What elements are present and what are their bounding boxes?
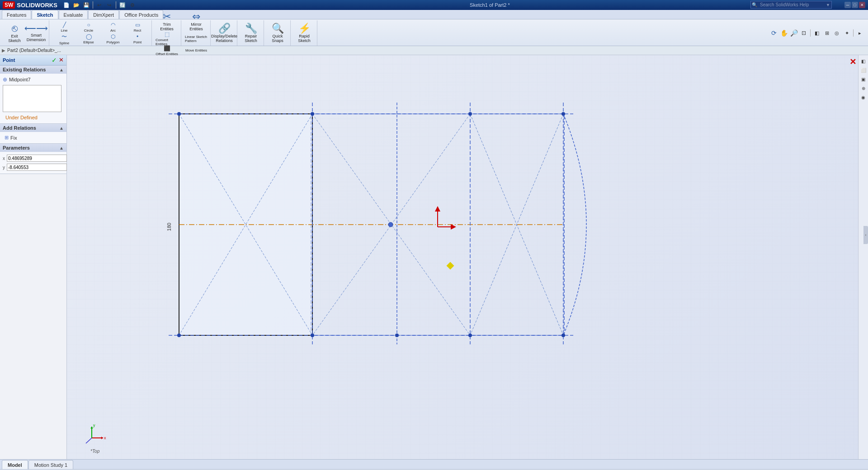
rt-btn-2[interactable]: ⬜: [859, 66, 868, 74]
midpoint-label: Midpoint7: [9, 77, 31, 82]
y-input[interactable]: [7, 164, 67, 171]
quick-snaps-btn[interactable]: 🔍 QuickSnaps: [268, 22, 288, 44]
line-btn[interactable]: ╱ Line: [53, 22, 75, 33]
display-delete-btn[interactable]: 🔗 Display/DeleteRelations: [214, 22, 234, 44]
parameters-title: Parameters: [3, 145, 30, 150]
add-relations-section: Add Relations ▲ ⊞ Fix: [0, 124, 66, 144]
svg-point-23: [561, 112, 565, 116]
save-btn[interactable]: 💾: [82, 0, 91, 9]
canvas-area[interactable]: 180 x y *Top ✕: [67, 55, 858, 459]
accept-btn[interactable]: ✓: [52, 56, 57, 64]
polygon-label: Polygon: [107, 40, 120, 44]
fit-btn[interactable]: ⊡: [799, 28, 808, 38]
polygon-btn[interactable]: ⬡ Polygon: [102, 33, 124, 44]
close-btn[interactable]: ✕: [859, 2, 865, 8]
offset-icon: ⬛: [164, 45, 170, 52]
circle-label: Circle: [84, 28, 93, 33]
new-btn[interactable]: 📄: [62, 0, 71, 9]
fix-label: Fix: [10, 135, 17, 141]
group-trim: ✂ TrimEntities ⬚ Convert Entities ⬛ Offs…: [153, 20, 181, 46]
mirror-entities-btn[interactable]: ⇔ Mirror Entities: [186, 10, 206, 33]
line-icon: ╱: [63, 22, 66, 28]
linear-sketch-btn[interactable]: Linear Sketch Pattern: [185, 33, 208, 44]
x-label: x: [3, 156, 5, 161]
search-box[interactable]: 🔍 ▼: [750, 1, 832, 9]
ellipse-label: Ellipse: [83, 40, 94, 44]
search-icon: 🔍: [751, 2, 758, 7]
tab-model[interactable]: Model: [2, 460, 28, 469]
rt-btn-1[interactable]: ◧: [859, 57, 868, 65]
restore-btn[interactable]: □: [852, 2, 858, 8]
options-btn[interactable]: ⚙: [128, 0, 137, 9]
redo-btn[interactable]: ↪: [105, 0, 114, 9]
rt-btn-4[interactable]: ⊕: [859, 84, 868, 92]
fix-relation-btn[interactable]: ⊞ Fix: [3, 134, 64, 141]
pan-btn[interactable]: ✋: [779, 28, 788, 38]
search-dropdown-icon[interactable]: ▼: [826, 3, 831, 7]
breadcrumb: Part2 (Default<Default>_...: [7, 48, 61, 53]
circle-btn[interactable]: ○ Circle: [77, 22, 100, 33]
rt-btn-3[interactable]: ▣: [859, 75, 868, 83]
tab-dimxpert[interactable]: DimXpert: [88, 10, 119, 19]
smart-dim-icon: ⟵⟶: [24, 24, 48, 33]
open-btn[interactable]: 📂: [72, 0, 81, 9]
rotate-view-btn[interactable]: ⟳: [769, 28, 778, 38]
section-view-btn[interactable]: ⊞: [822, 28, 831, 38]
undo-btn[interactable]: ↩: [95, 0, 104, 9]
offset-entities-btn[interactable]: ⬛ Offset Entities: [156, 45, 178, 56]
rebuild-btn[interactable]: 🔄: [118, 0, 127, 9]
right-toolbar: ◧ ⬜ ▣ ⊕ ◉: [858, 55, 868, 459]
tab-features[interactable]: Features: [2, 10, 31, 19]
exit-sketch-btn[interactable]: ⎋ ExitSketch: [5, 22, 24, 44]
relations-display-box: [3, 85, 61, 112]
rect-label: Rect: [134, 28, 141, 33]
svg-point-27: [468, 334, 472, 337]
group-rapid-sketch: ⚡ RapidSketch: [292, 20, 317, 46]
spline-label: Spline: [59, 41, 69, 45]
spline-btn[interactable]: 〜 Spline: [53, 33, 75, 44]
zoom-btn[interactable]: 🔎: [789, 28, 798, 38]
trim-entities-btn[interactable]: ✂ TrimEntities: [157, 10, 177, 33]
parameters-header[interactable]: Parameters ▲: [0, 144, 66, 152]
tab-motion-study-1[interactable]: Motion Study 1: [28, 460, 73, 469]
rt-btn-5[interactable]: ◉: [859, 93, 868, 101]
appearance-btn[interactable]: ✦: [842, 28, 851, 38]
more-view-btn[interactable]: ▸: [855, 28, 864, 38]
line-label: Line: [61, 28, 67, 33]
ribbon-content: ⎋ ExitSketch ⟵⟶ SmartDimension ╱ Line ○ …: [0, 19, 868, 47]
window-title: Sketch1 of Part2 *: [139, 2, 841, 8]
panel-collapse-handle[interactable]: ‹: [863, 226, 868, 244]
rect-btn[interactable]: ▭ Rect: [126, 22, 149, 33]
close-panel-btn[interactable]: ✕: [59, 56, 64, 64]
quick-snaps-label: QuickSnaps: [272, 34, 283, 43]
point-btn[interactable]: • Point: [126, 33, 149, 44]
main-area: Point ✓ ✕ Existing Relations ▲ ⊕ Midpoin…: [0, 55, 868, 459]
view-toolbar: ⟳ ✋ 🔎 ⊡ ◧ ⊞ ◎ ✦ ▸: [769, 28, 866, 38]
relation-item-midpoint7[interactable]: ⊕ Midpoint7: [3, 75, 64, 84]
smart-dimension-btn[interactable]: ⟵⟶ SmartDimension: [26, 22, 46, 44]
minimize-btn[interactable]: ─: [844, 2, 851, 8]
rapid-sketch-btn[interactable]: ⚡ RapidSketch: [294, 22, 314, 44]
tree-icon: ▶: [2, 48, 5, 53]
tab-sketch[interactable]: Sketch: [32, 10, 58, 19]
exit-sketch-icon: ⎋: [12, 23, 18, 34]
existing-relations-content: ⊕ Midpoint7 Under Defined: [0, 74, 66, 123]
repair-sketch-btn[interactable]: 🔧 RepairSketch: [241, 22, 261, 44]
convert-entities-btn[interactable]: ⬚ Convert Entities: [156, 33, 178, 44]
search-input[interactable]: [758, 2, 826, 7]
left-panel: Point ✓ ✕ Existing Relations ▲ ⊕ Midpoin…: [0, 55, 67, 459]
ellipse-btn[interactable]: ◯ Ellipse: [77, 33, 100, 44]
move-entities-btn[interactable]: Move Entities: [185, 45, 208, 56]
display-delete-icon: 🔗: [218, 23, 231, 34]
arc-btn[interactable]: ◠ Arc: [102, 22, 124, 33]
existing-relations-header[interactable]: Existing Relations ▲: [0, 66, 66, 74]
linear-move-group: Linear Sketch Pattern Move Entities: [185, 33, 208, 56]
view-orient-btn[interactable]: ◧: [812, 28, 821, 38]
add-relations-header[interactable]: Add Relations ▲: [0, 124, 66, 132]
canvas-close-btn[interactable]: ✕: [849, 57, 856, 67]
x-param-row: x ▲ ▼: [3, 154, 64, 163]
hide-show-btn[interactable]: ◎: [832, 28, 841, 38]
tab-evaluate[interactable]: Evaluate: [59, 10, 88, 19]
x-input[interactable]: [7, 155, 67, 162]
rect-icon: ▭: [135, 22, 140, 28]
